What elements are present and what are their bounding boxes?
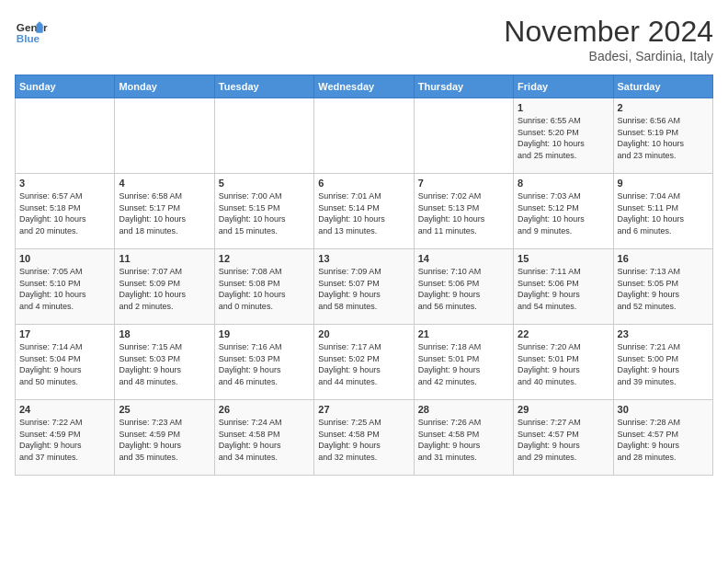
- day-info: Sunrise: 7:17 AM Sunset: 5:02 PM Dayligh…: [318, 341, 409, 387]
- day-info: Sunrise: 7:00 AM Sunset: 5:15 PM Dayligh…: [219, 190, 310, 236]
- day-info: Sunrise: 7:24 AM Sunset: 4:58 PM Dayligh…: [219, 417, 310, 463]
- calendar-cell: 23Sunrise: 7:21 AM Sunset: 5:00 PM Dayli…: [613, 325, 712, 400]
- day-number: 22: [518, 328, 609, 339]
- calendar-cell: 21Sunrise: 7:18 AM Sunset: 5:01 PM Dayli…: [414, 325, 513, 400]
- day-header-saturday: Saturday: [613, 75, 712, 98]
- calendar-cell: [115, 98, 214, 174]
- calendar-week-5: 24Sunrise: 7:22 AM Sunset: 4:59 PM Dayli…: [16, 400, 713, 476]
- day-number: 17: [19, 328, 110, 339]
- day-number: 26: [219, 404, 310, 415]
- day-header-monday: Monday: [115, 75, 214, 98]
- day-info: Sunrise: 6:57 AM Sunset: 5:18 PM Dayligh…: [19, 190, 110, 236]
- calendar-cell: 6Sunrise: 7:01 AM Sunset: 5:14 PM Daylig…: [314, 174, 414, 249]
- calendar-cell: 11Sunrise: 7:07 AM Sunset: 5:09 PM Dayli…: [115, 249, 214, 325]
- day-number: 14: [418, 253, 509, 264]
- location: Badesi, Sardinia, Italy: [504, 49, 713, 63]
- calendar-cell: 18Sunrise: 7:15 AM Sunset: 5:03 PM Dayli…: [115, 325, 214, 400]
- day-info: Sunrise: 7:15 AM Sunset: 5:03 PM Dayligh…: [119, 341, 210, 387]
- calendar-cell: [214, 98, 313, 174]
- logo-icon: General Blue: [15, 15, 48, 48]
- calendar-cell: 17Sunrise: 7:14 AM Sunset: 5:04 PM Dayli…: [16, 325, 115, 400]
- day-info: Sunrise: 7:08 AM Sunset: 5:08 PM Dayligh…: [219, 266, 310, 312]
- calendar-cell: 20Sunrise: 7:17 AM Sunset: 5:02 PM Dayli…: [314, 325, 414, 400]
- day-info: Sunrise: 7:22 AM Sunset: 4:59 PM Dayligh…: [19, 417, 110, 463]
- day-header-wednesday: Wednesday: [314, 75, 414, 98]
- day-info: Sunrise: 7:26 AM Sunset: 4:58 PM Dayligh…: [418, 417, 509, 463]
- day-header-tuesday: Tuesday: [214, 75, 313, 98]
- calendar-cell: 25Sunrise: 7:23 AM Sunset: 4:59 PM Dayli…: [115, 400, 214, 476]
- day-info: Sunrise: 7:16 AM Sunset: 5:03 PM Dayligh…: [219, 341, 310, 387]
- day-info: Sunrise: 7:20 AM Sunset: 5:01 PM Dayligh…: [518, 341, 609, 387]
- calendar-cell: [314, 98, 414, 174]
- day-number: 8: [518, 178, 609, 189]
- day-number: 27: [318, 404, 409, 415]
- day-info: Sunrise: 7:10 AM Sunset: 5:06 PM Dayligh…: [418, 266, 509, 312]
- calendar-cell: 12Sunrise: 7:08 AM Sunset: 5:08 PM Dayli…: [214, 249, 313, 325]
- day-info: Sunrise: 7:27 AM Sunset: 4:57 PM Dayligh…: [518, 417, 609, 463]
- calendar-week-2: 3Sunrise: 6:57 AM Sunset: 5:18 PM Daylig…: [16, 174, 713, 249]
- day-number: 30: [618, 404, 709, 415]
- logo: General Blue: [15, 15, 51, 48]
- calendar-cell: 4Sunrise: 6:58 AM Sunset: 5:17 PM Daylig…: [115, 174, 214, 249]
- calendar-cell: 10Sunrise: 7:05 AM Sunset: 5:10 PM Dayli…: [16, 249, 115, 325]
- calendar-cell: 28Sunrise: 7:26 AM Sunset: 4:58 PM Dayli…: [414, 400, 513, 476]
- calendar-cell: 8Sunrise: 7:03 AM Sunset: 5:12 PM Daylig…: [514, 174, 613, 249]
- calendar-cell: 16Sunrise: 7:13 AM Sunset: 5:05 PM Dayli…: [613, 249, 712, 325]
- day-header-friday: Friday: [514, 75, 613, 98]
- title-block: November 2024 Badesi, Sardinia, Italy: [504, 15, 713, 63]
- day-number: 19: [219, 328, 310, 339]
- calendar-cell: 13Sunrise: 7:09 AM Sunset: 5:07 PM Dayli…: [314, 249, 414, 325]
- svg-text:Blue: Blue: [17, 32, 40, 44]
- calendar-cell: 9Sunrise: 7:04 AM Sunset: 5:11 PM Daylig…: [613, 174, 712, 249]
- day-header-thursday: Thursday: [414, 75, 513, 98]
- day-info: Sunrise: 7:21 AM Sunset: 5:00 PM Dayligh…: [618, 341, 709, 387]
- day-number: 15: [518, 253, 609, 264]
- day-number: 6: [318, 178, 409, 189]
- calendar-cell: 15Sunrise: 7:11 AM Sunset: 5:06 PM Dayli…: [514, 249, 613, 325]
- day-number: 28: [418, 404, 509, 415]
- day-info: Sunrise: 7:11 AM Sunset: 5:06 PM Dayligh…: [518, 266, 609, 312]
- calendar-cell: 2Sunrise: 6:56 AM Sunset: 5:19 PM Daylig…: [613, 98, 712, 174]
- day-info: Sunrise: 6:58 AM Sunset: 5:17 PM Dayligh…: [119, 190, 210, 236]
- day-info: Sunrise: 7:25 AM Sunset: 4:58 PM Dayligh…: [318, 417, 409, 463]
- day-info: Sunrise: 7:02 AM Sunset: 5:13 PM Dayligh…: [418, 190, 509, 236]
- calendar-cell: 22Sunrise: 7:20 AM Sunset: 5:01 PM Dayli…: [514, 325, 613, 400]
- calendar-cell: 19Sunrise: 7:16 AM Sunset: 5:03 PM Dayli…: [214, 325, 313, 400]
- calendar-cell: [414, 98, 513, 174]
- day-info: Sunrise: 7:03 AM Sunset: 5:12 PM Dayligh…: [518, 190, 609, 236]
- calendar-table: SundayMondayTuesdayWednesdayThursdayFrid…: [15, 75, 713, 476]
- calendar-cell: 30Sunrise: 7:28 AM Sunset: 4:57 PM Dayli…: [613, 400, 712, 476]
- day-info: Sunrise: 7:07 AM Sunset: 5:09 PM Dayligh…: [119, 266, 210, 312]
- day-info: Sunrise: 7:18 AM Sunset: 5:01 PM Dayligh…: [418, 341, 509, 387]
- day-number: 1: [518, 102, 609, 113]
- day-number: 2: [618, 102, 709, 113]
- day-info: Sunrise: 6:56 AM Sunset: 5:19 PM Dayligh…: [618, 115, 709, 161]
- calendar-cell: [16, 98, 115, 174]
- day-info: Sunrise: 6:55 AM Sunset: 5:20 PM Dayligh…: [518, 115, 609, 161]
- day-number: 9: [618, 178, 709, 189]
- calendar-week-4: 17Sunrise: 7:14 AM Sunset: 5:04 PM Dayli…: [16, 325, 713, 400]
- day-info: Sunrise: 7:28 AM Sunset: 4:57 PM Dayligh…: [618, 417, 709, 463]
- day-number: 5: [219, 178, 310, 189]
- page-header: General Blue November 2024 Badesi, Sardi…: [15, 15, 713, 63]
- day-number: 29: [518, 404, 609, 415]
- day-number: 13: [318, 253, 409, 264]
- day-number: 20: [318, 328, 409, 339]
- day-info: Sunrise: 7:13 AM Sunset: 5:05 PM Dayligh…: [618, 266, 709, 312]
- day-info: Sunrise: 7:09 AM Sunset: 5:07 PM Dayligh…: [318, 266, 409, 312]
- calendar-cell: 29Sunrise: 7:27 AM Sunset: 4:57 PM Dayli…: [514, 400, 613, 476]
- day-number: 24: [19, 404, 110, 415]
- day-number: 25: [119, 404, 210, 415]
- calendar-cell: 1Sunrise: 6:55 AM Sunset: 5:20 PM Daylig…: [514, 98, 613, 174]
- day-number: 21: [418, 328, 509, 339]
- calendar-cell: 3Sunrise: 6:57 AM Sunset: 5:18 PM Daylig…: [16, 174, 115, 249]
- day-info: Sunrise: 7:01 AM Sunset: 5:14 PM Dayligh…: [318, 190, 409, 236]
- day-number: 23: [618, 328, 709, 339]
- day-number: 12: [219, 253, 310, 264]
- calendar-header-row: SundayMondayTuesdayWednesdayThursdayFrid…: [16, 75, 713, 98]
- calendar-cell: 27Sunrise: 7:25 AM Sunset: 4:58 PM Dayli…: [314, 400, 414, 476]
- day-info: Sunrise: 7:14 AM Sunset: 5:04 PM Dayligh…: [19, 341, 110, 387]
- day-info: Sunrise: 7:23 AM Sunset: 4:59 PM Dayligh…: [119, 417, 210, 463]
- day-number: 7: [418, 178, 509, 189]
- day-info: Sunrise: 7:04 AM Sunset: 5:11 PM Dayligh…: [618, 190, 709, 236]
